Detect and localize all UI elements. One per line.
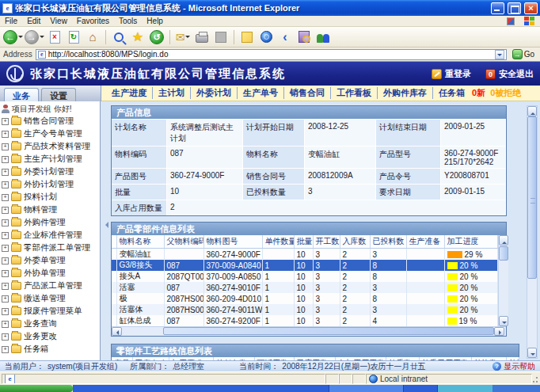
relogin-button[interactable]: 重登录 <box>432 68 471 80</box>
tree-item[interactable]: + 投料计划 <box>2 191 100 204</box>
column-header[interactable]: 自加工开工数 <box>335 357 386 360</box>
parts-table-row[interactable]: 极2087HS002360-209-4D010110328 20 % <box>112 293 497 304</box>
scrollbar-thumb[interactable] <box>527 116 537 279</box>
menu-item[interactable]: Favorites <box>77 17 109 25</box>
column-header[interactable]: 加工要求 <box>169 357 213 360</box>
column-header[interactable]: 外委已开工数 <box>419 357 471 360</box>
nav-item[interactable]: 生产单号 <box>237 87 283 99</box>
panel-splitter[interactable] <box>101 101 108 360</box>
parts-table-row[interactable]: 活塞体2087HS002360-274-9011W110323 20 % <box>112 304 497 315</box>
expand-plus-icon[interactable]: + <box>2 207 9 214</box>
tree-item[interactable]: + 缴送单管理 <box>2 292 100 305</box>
menu-item[interactable]: Tools <box>119 17 137 25</box>
expand-plus-icon[interactable]: + <box>2 245 9 252</box>
column-header[interactable]: 工序名称 <box>132 357 169 360</box>
tree-item[interactable]: + 产品技术资料管理 <box>2 140 100 153</box>
mail-dropdown-icon[interactable] <box>185 36 190 40</box>
scroll-left-icon[interactable] <box>112 327 122 336</box>
print-button[interactable] <box>193 29 211 46</box>
main-vertical-scrollbar[interactable] <box>527 105 538 359</box>
tree-item[interactable]: + 零部件派工单管理 <box>2 242 100 254</box>
column-header[interactable]: 物料名称 <box>116 235 164 249</box>
tree-item[interactable]: + 外委单管理 <box>2 254 100 267</box>
start-button[interactable] <box>0 385 73 392</box>
mail-button[interactable]: ✉ <box>174 29 192 46</box>
expand-plus-icon[interactable]: + <box>2 181 9 188</box>
back-button[interactable]: ← <box>3 29 23 46</box>
parts-table-row[interactable]: 缸体总成087360-274-9200F110324 19 % <box>112 315 497 326</box>
scrollbar-thumb[interactable] <box>499 246 508 261</box>
nav-item[interactable]: 任务箱 <box>432 87 470 99</box>
tree-item[interactable]: + 物料管理 <box>2 204 100 216</box>
tree-item[interactable]: + 外委计划管理 <box>2 166 100 178</box>
column-header[interactable]: 序号 <box>112 357 132 360</box>
search-button[interactable] <box>110 29 127 46</box>
tree-item[interactable]: + 任务箱 <box>2 343 100 356</box>
resize-grip[interactable] <box>532 374 538 384</box>
nav-item[interactable]: 工作看板 <box>330 87 377 99</box>
close-button[interactable]: × <box>524 2 538 14</box>
scroll-up-icon[interactable] <box>527 106 537 116</box>
column-header[interactable]: 开工数 <box>313 235 340 249</box>
refresh-button[interactable]: ↻ <box>65 29 82 46</box>
expand-plus-icon[interactable]: + <box>2 321 9 328</box>
messenger-button[interactable] <box>314 29 332 46</box>
browser-globe-button[interactable] <box>257 29 275 46</box>
parts-vertical-scrollbar[interactable] <box>498 235 508 326</box>
parts-table-row[interactable]: 变幅油缸360-274-9000F10323 29 % <box>112 249 497 261</box>
tree-item[interactable]: + 外协单管理 <box>2 267 100 280</box>
expand-plus-icon[interactable]: + <box>2 232 9 239</box>
column-header[interactable]: 外协数 <box>471 357 506 360</box>
parts-horizontal-scrollbar[interactable] <box>112 326 506 336</box>
address-input[interactable]: e http://localhost:8080/MPS/login.do <box>36 49 507 60</box>
column-header[interactable]: 物料图号 <box>203 235 262 249</box>
menu-item[interactable]: Edit <box>27 17 40 25</box>
expand-plus-icon[interactable]: + <box>2 257 9 265</box>
edit-button[interactable] <box>212 29 230 46</box>
parts-table-row[interactable]: 接头A2087QT002370-009-A0850110328 20 % <box>112 271 497 282</box>
expand-plus-icon[interactable]: + <box>2 156 9 163</box>
expand-plus-icon[interactable]: + <box>2 118 9 125</box>
parts-table-row[interactable]: G3/8接头087370-009-A0840110328 20 % <box>112 260 497 271</box>
nav-item[interactable]: 主计划 <box>152 87 190 99</box>
nav-item[interactable]: 外委计划 <box>190 87 237 99</box>
back-dropdown-icon[interactable] <box>18 36 23 40</box>
show-help-button[interactable]: ? 显示帮助 <box>492 361 535 372</box>
nav-item[interactable]: 外购件库存 <box>377 87 432 99</box>
tree-item[interactable]: + 销售合同管理 <box>2 115 100 127</box>
forward-dropdown-icon[interactable] <box>40 36 44 40</box>
maximize-button[interactable] <box>508 2 521 14</box>
column-header[interactable]: 外委数 <box>386 357 419 360</box>
tree-item[interactable]: + 业务查询 <box>2 318 100 330</box>
tree-item[interactable]: + 外协计划管理 <box>2 178 100 191</box>
research-button[interactable] <box>295 29 313 46</box>
favorites-button[interactable]: ★ <box>129 29 146 46</box>
scroll-right-icon[interactable] <box>494 327 504 336</box>
taskbar-task-button[interactable] <box>329 385 404 392</box>
menu-item[interactable]: Help <box>146 17 163 25</box>
column-header[interactable]: 已完工数 <box>294 357 335 360</box>
column-header[interactable]: 入库数 <box>340 235 370 249</box>
tab-settings[interactable]: 设置 <box>41 88 76 101</box>
column-header[interactable]: 批量 <box>294 235 313 249</box>
expand-plus-icon[interactable]: + <box>2 219 9 226</box>
expand-plus-icon[interactable]: + <box>2 346 9 353</box>
tree-item[interactable]: + 外购件管理 <box>2 216 100 229</box>
home-button[interactable]: ⌂ <box>84 29 101 46</box>
tab-business[interactable]: 业务 <box>4 88 39 101</box>
expand-plus-icon[interactable]: + <box>2 333 9 341</box>
scroll-up-icon[interactable] <box>499 235 508 245</box>
menu-item[interactable]: View <box>50 17 67 25</box>
tree-item[interactable]: + 报废件管理菜单 <box>2 305 100 318</box>
tree-item[interactable]: + 企业标准件管理 <box>2 229 100 242</box>
column-header[interactable]: 已投料数 <box>370 235 406 249</box>
stop-button[interactable]: × <box>46 29 63 46</box>
minimize-button[interactable] <box>491 2 504 14</box>
expand-plus-icon[interactable]: + <box>2 270 9 277</box>
tree-item[interactable]: + 产品派工单管理 <box>2 280 100 292</box>
column-header[interactable]: 加工进度 <box>444 235 497 249</box>
column-header[interactable]: 可派工数 <box>254 357 294 360</box>
scroll-down-icon[interactable] <box>499 316 508 326</box>
forward-button[interactable]: → <box>25 29 44 46</box>
column-header[interactable]: 单件数量 <box>262 235 294 249</box>
